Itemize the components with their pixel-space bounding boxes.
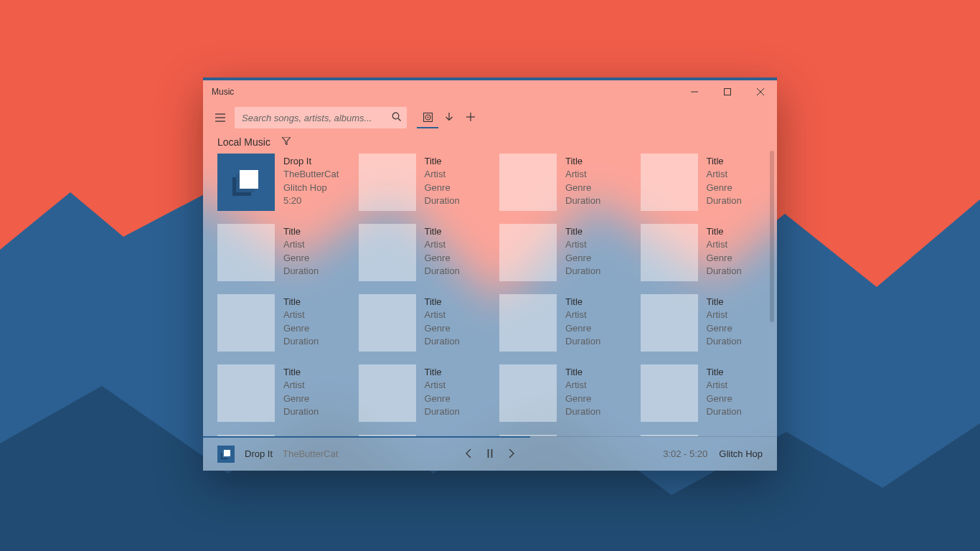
track-genre: Genre [707,392,742,405]
track-card[interactable]: TitleArtistGenreDuration [359,154,487,212]
previous-button[interactable] [465,448,472,460]
track-title: Drop It [283,155,339,168]
track-duration: Duration [707,265,742,278]
track-genre: Genre [707,322,742,335]
search-input[interactable] [242,113,385,123]
track-card[interactable]: TitleArtistGenreDuration [359,364,487,423]
minimize-button[interactable] [678,80,711,103]
track-title: Title [425,155,460,168]
next-button[interactable] [508,448,515,460]
section-label: Local Music [217,136,270,148]
track-card[interactable]: TitleArtistGenreDuration [641,224,769,283]
album-art-placeholder [641,294,698,352]
svg-rect-24 [240,170,258,189]
close-button[interactable] [744,80,777,103]
album-art-placeholder [499,364,557,422]
svg-marker-21 [282,137,291,145]
section-header: Local Music [203,132,777,151]
track-meta: TitleArtistGenreDuration [425,364,460,423]
track-duration: Duration [425,405,460,418]
playback-controls [465,448,515,460]
progress-bar[interactable] [203,436,530,438]
search-icon[interactable] [392,112,401,123]
album-art-placeholder [641,154,698,211]
track-duration: Duration [565,265,600,278]
maximize-button[interactable] [711,80,744,103]
track-title: Title [565,225,600,238]
track-genre: Genre [283,322,319,335]
titlebar: Music [203,80,777,103]
track-card[interactable]: TitleArtistGenreDuration [641,294,769,353]
now-playing-art[interactable] [217,446,235,463]
track-card[interactable]: TitleArtistGenreDuration [217,294,346,353]
track-title: Title [283,366,319,379]
track-meta: TitleArtistGenreDuration [565,364,600,423]
album-art-placeholder [359,294,416,352]
album-art-placeholder [217,364,275,422]
track-card[interactable]: TitleArtistGenreDuration [499,154,628,212]
track-card[interactable]: TitleArtistGenreDuration [499,364,628,423]
track-genre: Genre [707,252,742,265]
window-title: Music [212,87,234,97]
track-card[interactable]: TitleArtistGenreDuration [359,294,487,353]
albums-view-button[interactable] [417,107,438,128]
track-meta: TitleArtistGenreDuration [707,364,742,423]
track-card[interactable]: TitleArtistGenreDuration [641,154,769,212]
album-art-placeholder [217,294,275,352]
track-card[interactable]: TitleArtistGenreDuration [217,224,346,283]
pause-button[interactable] [486,448,494,460]
album-art-placeholder [359,154,416,211]
track-card[interactable]: TitleArtistGenreDuration [499,224,628,283]
now-playing-title: Drop It [245,448,273,459]
track-title: Title [565,155,600,168]
album-art-placeholder [217,224,275,281]
track-genre: Genre [425,322,460,335]
track-artist: Artist [707,309,742,321]
album-art-placeholder [499,154,557,211]
track-card[interactable]: TitleArtistGenreDuration [641,364,769,423]
track-title: Title [707,296,742,309]
search-box[interactable] [235,107,407,128]
track-genre: Genre [565,252,600,265]
track-artist: Artist [425,168,460,181]
track-duration: Duration [425,194,460,207]
track-title: Title [425,296,460,309]
track-card[interactable]: TitleArtistGenreDuration [499,294,628,353]
track-title: Title [283,225,319,238]
track-duration: 5:20 [283,194,339,207]
track-genre: Genre [565,182,600,194]
scrollbar-thumb[interactable] [770,151,774,322]
download-button[interactable] [438,107,460,128]
now-playing-genre: Glitch Hop [719,448,763,459]
svg-rect-27 [224,450,230,456]
track-artist: Artist [425,309,460,321]
track-title: Title [283,296,319,309]
album-art-placeholder [359,364,416,422]
track-meta: Drop ItTheButterCatGlitch Hop5:20 [283,154,339,212]
track-duration: Duration [425,335,460,348]
track-title: Title [565,296,600,309]
track-meta: TitleArtistGenreDuration [425,154,460,212]
track-duration: Duration [565,335,600,348]
svg-point-13 [392,113,399,119]
track-artist: Artist [565,168,600,181]
track-artist: TheButterCat [283,168,339,181]
track-meta: TitleArtistGenreDuration [425,224,460,283]
track-artist: Artist [565,309,600,321]
track-genre: Genre [565,392,600,405]
album-art-placeholder [499,224,557,281]
filter-icon[interactable] [282,137,291,147]
menu-button[interactable] [210,108,230,128]
track-card[interactable]: TitleArtistGenreDuration [217,364,346,423]
add-button[interactable] [460,107,481,128]
scrollbar[interactable] [770,151,774,436]
album-art [217,154,275,211]
track-card[interactable]: Drop ItTheButterCatGlitch Hop5:20 [217,154,346,212]
album-art-placeholder [641,364,698,422]
track-duration: Duration [707,194,742,207]
track-duration: Duration [283,335,319,348]
track-meta: TitleArtistGenreDuration [425,294,460,353]
track-genre: Genre [425,252,460,265]
track-card[interactable]: TitleArtistGenreDuration [359,224,487,283]
track-artist: Artist [425,379,460,392]
